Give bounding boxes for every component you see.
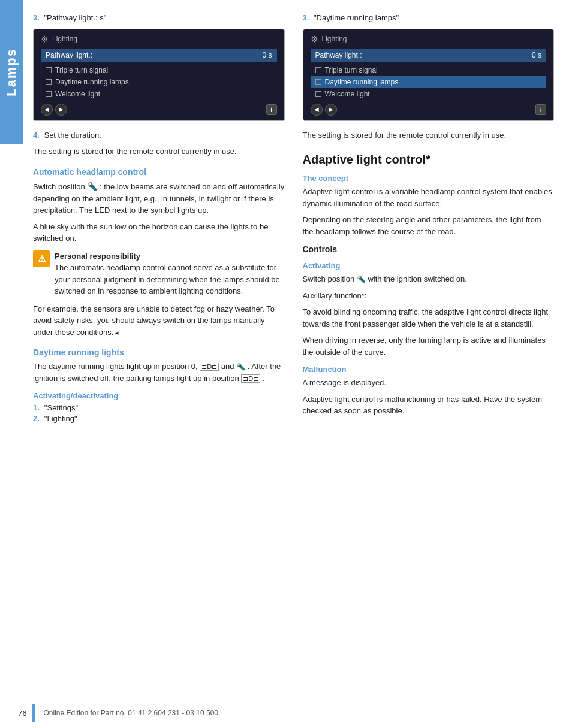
main-content: 3. "Pathway light.: s" ⚙ Lighting Pathwa…: [27, 0, 572, 728]
panel1-item-3: Welcome light: [41, 88, 277, 100]
activating-item-2-text: "Lighting": [44, 414, 77, 423]
right-column: 3. "Daytime running lamps" ⚙ Lighting Pa…: [303, 12, 555, 425]
right-stored-text: The setting is stored for the remote con…: [303, 129, 555, 141]
warning-box: ⚠ Personal responsibility The automatic …: [33, 250, 285, 297]
section-activating-title: Activating/deactivating: [33, 391, 285, 400]
arrow-left-btn[interactable]: ◀: [41, 104, 53, 116]
step3-left-text: "Pathway light.: s": [44, 13, 106, 22]
concept-para2: Depending on the steering angle and othe…: [303, 214, 555, 237]
warning-text1: The automatic headlamp control cannot se…: [55, 263, 280, 295]
left-column: 3. "Pathway light.: s" ⚙ Lighting Pathwa…: [33, 12, 285, 425]
aux-para1: To avoid blinding oncoming traffic, the …: [303, 306, 555, 330]
panel2-item-2-label: Daytime running lamps: [325, 78, 399, 86]
step4-num: 4.: [33, 131, 40, 140]
panel2-pathway-label: Pathway light.:: [315, 51, 362, 59]
step3-right-num: 3.: [303, 13, 309, 22]
ui-panel-2: ⚙ Lighting Pathway light.: 0 s Triple tu…: [303, 29, 555, 121]
concept-para1: Adaptive light control is a variable hea…: [303, 186, 555, 209]
ui-panel-1: ⚙ Lighting Pathway light.: 0 s Triple tu…: [33, 29, 285, 121]
page-wrapper: Lamps 3. "Pathway light.: s" ⚙ Lighting: [0, 0, 572, 728]
warning-text2: For example, the sensors are unable to d…: [33, 303, 285, 339]
step4: 4. Set the duration.: [33, 129, 285, 141]
sub-malfunction-title: Malfunction: [303, 365, 555, 374]
two-column-layout: 3. "Pathway light.: s" ⚙ Lighting Pathwa…: [33, 12, 554, 425]
panel2-item-3-label: Welcome light: [325, 90, 370, 98]
checkbox-icon: [46, 67, 52, 73]
checkbox-icon: [315, 91, 321, 97]
footer-bar: [32, 704, 35, 722]
plus-btn-2[interactable]: +: [535, 104, 546, 115]
panel2-item-2-highlighted: Daytime running lamps: [311, 76, 547, 88]
malfunction-para2: Adaptive light control is malfunctioning…: [303, 394, 555, 417]
checkbox-icon: [315, 79, 321, 85]
auto-para1: Switch position 🔦 : the low beams are sw…: [33, 180, 285, 216]
activating-para: Switch position 🔦 with the ignition swit…: [303, 273, 555, 285]
step4-text: Set the duration.: [44, 131, 101, 140]
footer-text: Online Edition for Part no. 01 41 2 604 …: [43, 709, 218, 717]
activating-item-2: 2. "Lighting": [33, 414, 285, 423]
panel1-item-1-label: Triple turn signal: [55, 66, 108, 74]
panel2-pathway-value: 0 s: [532, 51, 541, 59]
section-adaptive-title: Adaptive light control*: [303, 153, 555, 167]
footer-spacer: [33, 425, 554, 461]
panel2-pathway-row: Pathway light.: 0 s: [311, 49, 547, 62]
activating-item-2-num: 2.: [33, 414, 40, 423]
panel1-item-1: Triple turn signal: [41, 64, 277, 76]
sub-concept-title: The concept: [303, 174, 555, 183]
arrow-right-btn-2[interactable]: ▶: [325, 104, 337, 116]
checkbox-icon: [46, 91, 52, 97]
checkbox-icon: [315, 67, 321, 73]
checkbox-icon: [46, 79, 52, 85]
warning-content: Personal responsibility The automatic he…: [55, 250, 285, 297]
footer-page-num: 76: [18, 709, 26, 718]
panel2-item-3: Welcome light: [311, 88, 547, 100]
aux-label: Auxiliary function*:: [303, 290, 555, 302]
panel1-header: ⚙ Lighting: [41, 34, 277, 44]
auto-para2: A blue sky with the sun low on the horiz…: [33, 221, 285, 244]
panel2-header: ⚙ Lighting: [311, 34, 547, 44]
step3-right: 3. "Daytime running lamps": [303, 12, 555, 24]
daytime-para: The daytime running lights light up in p…: [33, 361, 285, 384]
activating-item-1-num: 1.: [33, 403, 40, 412]
side-tab: Lamps: [0, 0, 23, 144]
section-daytime-title: Daytime running lights: [33, 348, 285, 357]
arrow-left-btn-2[interactable]: ◀: [311, 104, 323, 116]
activating-item-1: 1. "Settings": [33, 403, 285, 412]
panel1-item-2: Daytime running lamps: [41, 76, 277, 88]
footer: 76 Online Edition for Part no. 01 41 2 6…: [0, 698, 572, 728]
warning-title: Personal responsibility: [55, 250, 285, 262]
panel2-arrows: ◀ ▶ +: [311, 104, 547, 116]
gear-icon-2: ⚙: [311, 34, 318, 44]
malfunction-para1: A message is displayed.: [303, 377, 555, 389]
sub-controls-title: Controls: [303, 244, 555, 254]
warning-icon: ⚠: [33, 250, 50, 267]
gear-icon: ⚙: [41, 34, 49, 44]
step3-left-num: 3.: [33, 13, 40, 22]
step3-left: 3. "Pathway light.: s": [33, 12, 285, 24]
step3-right-text: "Daytime running lamps": [314, 13, 399, 22]
section-auto-title: Automatic headlamp control: [33, 167, 285, 177]
plus-btn[interactable]: +: [266, 104, 277, 115]
aux-para2: When driving in reverse, only the turnin…: [303, 334, 555, 358]
arrow-right-btn[interactable]: ▶: [55, 104, 67, 116]
sub-activating-title: Activating: [303, 261, 555, 270]
panel1-pathway-row: Pathway light.: 0 s: [41, 49, 277, 62]
side-tab-label: Lamps: [4, 48, 19, 96]
panel2-item-1: Triple turn signal: [311, 64, 547, 76]
panel1-header-label: Lighting: [52, 35, 77, 43]
panel2-header-label: Lighting: [322, 35, 347, 43]
panel1-pathway-label: Pathway light.:: [46, 51, 92, 59]
panel1-item-3-label: Welcome light: [55, 90, 100, 98]
panel2-item-1-label: Triple turn signal: [325, 66, 378, 74]
panel1-item-2-label: Daytime running lamps: [55, 78, 129, 86]
panel1-pathway-value: 0 s: [262, 51, 272, 59]
step4-sub: The setting is stored for the remote con…: [33, 146, 285, 158]
activating-item-1-text: "Settings": [44, 403, 78, 412]
panel1-arrows: ◀ ▶ +: [41, 104, 277, 116]
